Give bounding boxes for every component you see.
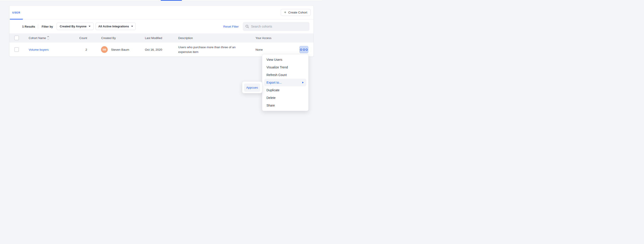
cohorts-card: USER + Create Cohort 1 Results Filter by… — [9, 6, 314, 57]
search-icon — [246, 25, 249, 28]
header-last-modified: Last Modified — [145, 34, 162, 42]
avatar: SB — [101, 46, 108, 53]
menu-item-visualize-trend[interactable]: Visualize Trend — [264, 64, 306, 71]
integrations-dropdown[interactable]: All Active Integrations — [96, 23, 136, 30]
integrations-dropdown-value: All Active Integrations — [98, 25, 129, 28]
select-all-checkbox[interactable] — [14, 36, 19, 40]
filter-divider — [38, 25, 38, 29]
ellipsis-dot-icon — [303, 49, 305, 51]
top-nav-active-tab-indicator — [161, 0, 182, 1]
tab-user[interactable]: USER — [10, 6, 23, 20]
ellipsis-dot-icon — [306, 49, 308, 51]
created-by-dropdown-value: Created By Anyone — [60, 25, 86, 28]
header-created-by: Created By — [101, 34, 116, 42]
export-submenu: Appcues — [242, 81, 262, 93]
create-cohort-button[interactable]: + Create Cohort — [281, 9, 310, 16]
row-actions-menu: View Users Visualize Trend Refresh Count… — [262, 54, 308, 111]
create-cohort-label: Create Cohort — [288, 11, 307, 14]
menu-item-export-to[interactable]: Export to... — [264, 79, 306, 86]
filter-by-label: Filter by — [42, 20, 53, 34]
last-modified-date: Oct 16, 2020 — [145, 42, 162, 57]
your-access-value: None — [256, 42, 263, 57]
menu-item-delete[interactable]: Delete — [264, 94, 306, 102]
cohort-name-link[interactable]: Volume buyers — [29, 48, 48, 51]
chevron-down-icon — [131, 26, 133, 27]
header-count: Count — [69, 34, 87, 42]
submenu-item-appcues[interactable]: Appcues — [244, 83, 260, 92]
header-cohort-name[interactable]: Cohort Name — [29, 34, 49, 42]
row-actions-button[interactable] — [300, 46, 308, 53]
cohort-count: 2 — [69, 42, 87, 57]
filter-row: 1 Results Filter by Created By Anyone Al… — [10, 20, 314, 34]
menu-item-share[interactable]: Share — [264, 102, 306, 109]
plus-icon: + — [284, 11, 286, 14]
results-count: 1 Results — [22, 20, 35, 34]
menu-item-refresh-count[interactable]: Refresh Count — [264, 71, 306, 79]
menu-item-view-users[interactable]: View Users — [264, 56, 306, 64]
creator-name: Steven Baum — [111, 42, 129, 57]
created-by-dropdown[interactable]: Created By Anyone — [57, 23, 94, 30]
search-cohorts-input[interactable] — [251, 25, 302, 28]
menu-item-duplicate[interactable]: Duplicate — [264, 86, 306, 94]
cohort-type-tabbar — [10, 6, 314, 20]
header-your-access: Your Access — [256, 34, 272, 42]
table-header-row: Cohort Name Count Created By Last Modifi… — [10, 34, 314, 42]
header-description: Description — [178, 34, 193, 42]
tab-user-label: USER — [12, 11, 20, 14]
cohort-description: Users who purchase more than three of an… — [178, 42, 243, 57]
submenu-arrow-icon — [302, 82, 304, 83]
chevron-down-icon — [89, 26, 90, 27]
reset-filter-link[interactable]: Reset Filter — [223, 20, 239, 34]
search-cohorts-box[interactable] — [243, 22, 310, 31]
ellipsis-dot-icon — [300, 49, 302, 51]
sort-icon[interactable] — [48, 36, 49, 40]
row-checkbox[interactable] — [14, 47, 19, 52]
